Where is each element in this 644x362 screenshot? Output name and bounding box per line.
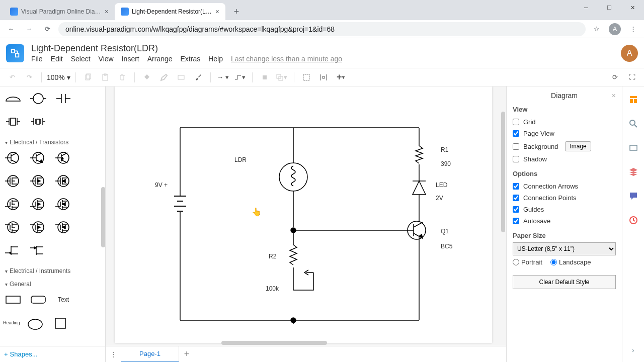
zoom-selector[interactable]: 100% ▾: [47, 73, 70, 81]
shape-ellipse[interactable]: [25, 314, 45, 332]
grid-checkbox[interactable]: [513, 119, 519, 125]
conn-arrows-checkbox[interactable]: [513, 183, 519, 190]
search-icon[interactable]: [627, 118, 639, 130]
shape-fet-3[interactable]: [53, 172, 73, 190]
fill-button[interactable]: [140, 70, 154, 84]
shape-rect[interactable]: [3, 291, 23, 309]
pencil-button[interactable]: [157, 70, 171, 84]
shape-button[interactable]: [174, 70, 188, 84]
shape-fet-4[interactable]: [3, 195, 23, 213]
browser-tab[interactable]: Visual Paradigm Online Diagram ×: [4, 3, 115, 20]
style-brush-button[interactable]: [191, 70, 205, 84]
last-change-link[interactable]: Last change less than a minute ago: [231, 55, 342, 63]
shape-fet-7[interactable]: [3, 218, 23, 236]
menu-arrange[interactable]: Arrange: [147, 55, 173, 63]
close-panel-icon[interactable]: ×: [612, 92, 616, 100]
close-window-button[interactable]: ✕: [621, 0, 644, 15]
shape-text[interactable]: Text: [53, 291, 73, 309]
refresh-icon[interactable]: ⟳: [608, 70, 622, 84]
guides-checkbox[interactable]: [513, 206, 519, 213]
to-back-button[interactable]: ▾: [275, 70, 289, 84]
forward-button[interactable]: →: [22, 22, 36, 36]
shape-fet-6[interactable]: [53, 195, 73, 213]
close-icon[interactable]: ×: [215, 8, 219, 16]
conn-points-checkbox[interactable]: [513, 195, 519, 201]
comments-icon[interactable]: [627, 190, 639, 202]
paper-size-select[interactable]: US-Letter (8,5" x 11"): [513, 242, 616, 255]
landscape-radio[interactable]: [550, 259, 557, 265]
background-checkbox[interactable]: [513, 143, 519, 150]
history-icon[interactable]: [627, 214, 639, 226]
maximize-button[interactable]: ☐: [598, 0, 621, 15]
canvas-viewport[interactable]: LDR 9V + R1 390 LED 2V Q1 BC5 R2 100k 👆: [106, 86, 506, 346]
scrollbar[interactable]: [101, 187, 105, 247]
reload-button[interactable]: ⟳: [40, 22, 54, 36]
menu-view[interactable]: View: [99, 55, 114, 63]
menu-insert[interactable]: Insert: [122, 55, 139, 63]
close-icon[interactable]: ×: [105, 8, 109, 16]
layers-icon[interactable]: [627, 142, 639, 154]
shape-fet-9[interactable]: [53, 218, 73, 236]
expand-rail-icon[interactable]: ›: [627, 344, 639, 356]
menu-file[interactable]: File: [31, 55, 43, 63]
fullscreen-icon[interactable]: ⛶: [625, 70, 639, 84]
shape-transistor-1[interactable]: [3, 149, 23, 167]
shadow-checkbox[interactable]: [513, 156, 519, 162]
menu-extras[interactable]: Extras: [181, 55, 201, 63]
app-logo[interactable]: [6, 44, 24, 62]
shape-rounded-rect[interactable]: [28, 291, 48, 309]
page-tabs-menu[interactable]: ⋮: [106, 350, 121, 358]
back-button[interactable]: ←: [4, 22, 18, 36]
add-page-button[interactable]: +: [179, 349, 194, 359]
clear-default-style-button[interactable]: Clear Default Style: [513, 275, 616, 289]
shape-circle-lines[interactable]: [28, 89, 48, 108]
shape-fet-5[interactable]: [28, 195, 48, 213]
shape-crystal[interactable]: [3, 113, 23, 131]
diagram-page[interactable]: LDR 9V + R1 390 LED 2V Q1 BC5 R2 100k 👆: [115, 86, 492, 343]
shape-semicircle[interactable]: [3, 89, 23, 108]
undo-button[interactable]: ↶: [5, 70, 19, 84]
category-transistors[interactable]: Electrical / Transistors: [3, 136, 102, 149]
menu-select[interactable]: Select: [71, 55, 91, 63]
new-tab-button[interactable]: +: [229, 5, 244, 19]
portrait-radio[interactable]: [513, 259, 519, 265]
category-instruments[interactable]: Electrical / Instruments: [3, 264, 102, 278]
shape-jfet-1[interactable]: [3, 241, 23, 259]
menu-help[interactable]: Help: [208, 55, 223, 63]
grid-snap-button[interactable]: [299, 70, 313, 84]
shape-transistor-3[interactable]: [53, 149, 73, 167]
shapes-button[interactable]: + Shapes...: [0, 346, 105, 362]
autosave-checkbox[interactable]: [513, 218, 519, 224]
profile-button[interactable]: A: [608, 22, 622, 36]
stack-icon[interactable]: [627, 166, 639, 178]
image-button[interactable]: Image: [565, 141, 591, 151]
browser-tab-active[interactable]: Light-Dependent Resistor(LDR) ×: [115, 3, 225, 20]
bookmark-icon[interactable]: ☆: [590, 22, 604, 36]
copy-button[interactable]: [81, 70, 95, 84]
scrollbar-vertical[interactable]: [501, 112, 505, 232]
minimize-button[interactable]: ─: [575, 0, 598, 15]
page-view-checkbox[interactable]: [513, 130, 519, 137]
document-title[interactable]: Light-Dependent Resistor(LDR): [31, 43, 342, 54]
browser-menu-button[interactable]: ⋮: [626, 22, 640, 36]
shape-jfet-2[interactable]: [28, 241, 48, 259]
connector-button[interactable]: → ▾: [216, 70, 230, 84]
redo-button[interactable]: ↷: [22, 70, 36, 84]
waypoint-button[interactable]: ▾: [233, 70, 247, 84]
shape-crystal-alt[interactable]: [28, 113, 48, 131]
delete-button[interactable]: [115, 70, 129, 84]
shape-fet-8[interactable]: [28, 218, 48, 236]
page-tab-1[interactable]: Page-1: [121, 346, 179, 363]
category-general[interactable]: General: [3, 278, 102, 291]
paste-button[interactable]: [98, 70, 112, 84]
templates-icon[interactable]: [627, 94, 639, 106]
insert-button[interactable]: + ▾: [334, 70, 348, 84]
url-input[interactable]: online.visual-paradigm.com/w/lkqagfpg/di…: [58, 22, 586, 36]
shape-capacitor[interactable]: [53, 89, 73, 108]
shape-fet-2[interactable]: [28, 172, 48, 190]
shape-fet-1[interactable]: [3, 172, 23, 190]
snap-button[interactable]: [316, 70, 331, 84]
shape-heading[interactable]: Heading: [3, 314, 20, 332]
user-avatar[interactable]: A: [621, 45, 638, 62]
menu-edit[interactable]: Edit: [51, 55, 63, 63]
